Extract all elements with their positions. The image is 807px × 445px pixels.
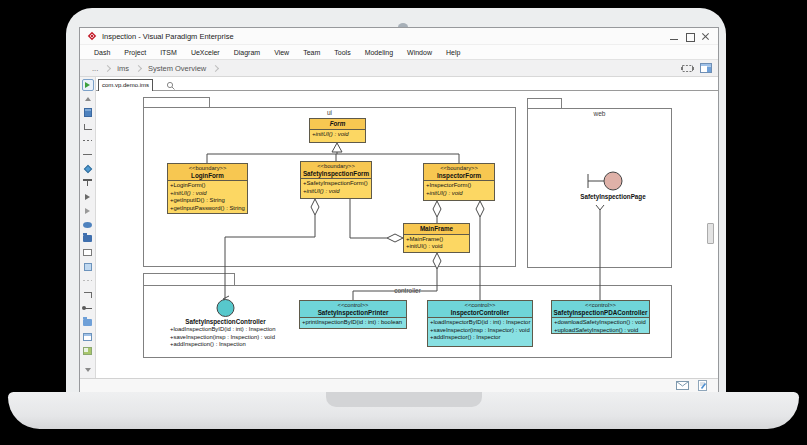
title-bar: Inspection - Visual Paradigm Enterprise <box>80 28 718 45</box>
class-inspectorform[interactable]: <<boundary>> InspectorForm +InspectorFor… <box>423 163 495 201</box>
association-tool-icon[interactable] <box>82 149 94 160</box>
containment-tool-icon[interactable] <box>82 121 94 132</box>
status-bar <box>80 378 718 392</box>
class-loginform[interactable]: <<boundary>> LoginForm +LoginForm() +ini… <box>167 163 248 214</box>
visual-paradigm-logo-icon <box>87 31 97 41</box>
class-inspectorcontroller[interactable]: <<control>> InspectorController +loadIns… <box>427 300 533 347</box>
realization-tool-icon[interactable] <box>82 191 94 202</box>
class-safetyinspectionprinter[interactable]: <<control>> SafetyInspectionPrinter +pri… <box>299 300 407 329</box>
constraint-tool-icon[interactable] <box>82 289 94 300</box>
menu-itsm[interactable]: ITSM <box>153 49 184 56</box>
instance-tool-icon[interactable] <box>82 219 94 230</box>
operation: +initUI() : void <box>312 131 363 139</box>
class-tool-icon[interactable] <box>82 107 94 118</box>
class-safetyinspectionpdacontroller[interactable]: <<control>> SafetyInspectionPDAControlle… <box>551 300 650 334</box>
app-window: Inspection - Visual Paradigm Enterprise … <box>79 27 719 393</box>
chevron-right-icon <box>212 64 219 71</box>
breadcrumb-ims[interactable]: ims <box>114 64 132 73</box>
package-tool-icon[interactable] <box>82 233 94 244</box>
menu-tools[interactable]: Tools <box>327 49 357 56</box>
scroll-down-icon[interactable] <box>82 364 94 375</box>
vertical-scrollbar-thumb[interactable] <box>707 223 714 244</box>
separator-line-icon <box>82 275 94 286</box>
class-name: SafetyInspectionPDAController <box>553 309 648 317</box>
mail-icon[interactable] <box>676 381 689 390</box>
menu-view[interactable]: View <box>267 49 296 56</box>
tab-baseline <box>96 90 718 91</box>
operation: +uploadSafetyInspection() : void <box>554 327 647 335</box>
laptop-notch <box>326 392 482 407</box>
magnifier-icon[interactable] <box>166 81 176 91</box>
menu-project[interactable]: Project <box>117 49 153 56</box>
package-web-label: web <box>527 110 672 117</box>
diagram-canvas[interactable]: com.vp.demo.ims ui web controller <box>96 77 718 379</box>
fit-selection-icon[interactable] <box>681 64 694 73</box>
operation: +loadInspectorByID(id : int) : Inspector <box>430 319 530 327</box>
boundary-safetyinspectionpage-label[interactable]: SafetyInspectionPage <box>553 193 673 200</box>
minimize-button[interactable] <box>666 30 682 43</box>
generalization-tool-icon[interactable] <box>82 205 94 216</box>
operation: +initUI() : void <box>303 188 369 196</box>
note-tool-icon[interactable] <box>82 261 94 272</box>
breadcrumb-system-overview[interactable]: System Overview <box>145 64 209 73</box>
menu-bar: Dash Project ITSM UeXceler Diagram View … <box>80 45 718 59</box>
package-controller-label: controller <box>143 287 672 294</box>
chart-tool-icon[interactable] <box>82 345 94 356</box>
class-mainframe[interactable]: MainFrame +MainFrame() +initUI() : void <box>403 223 470 253</box>
class-form[interactable]: Form +initUI() : void <box>309 118 366 143</box>
matrix-tool-icon[interactable] <box>82 331 94 342</box>
operation: +loadInspectionByID(id : int) : Inspecti… <box>170 326 276 334</box>
package-ui-label: ui <box>143 109 516 116</box>
operation: +addInspection() : Inspection <box>170 341 276 349</box>
notes-icon[interactable] <box>697 380 708 391</box>
nary-association-tool-icon[interactable] <box>82 163 94 174</box>
close-button[interactable] <box>698 30 714 43</box>
package-tab-ui[interactable] <box>143 97 210 107</box>
package-tab-controller[interactable] <box>143 273 235 285</box>
maximize-button[interactable] <box>682 30 698 43</box>
layout-panels-icon[interactable] <box>700 63 712 73</box>
operation: +initUI() : void <box>170 190 245 198</box>
document-tab[interactable]: com.vp.demo.ims <box>98 79 153 91</box>
pin-tool-icon[interactable] <box>82 303 94 314</box>
laptop-base <box>8 392 799 429</box>
class-name: MainFrame <box>405 225 468 233</box>
dependency-tool-icon[interactable] <box>82 135 94 146</box>
frame-tool-icon[interactable] <box>82 247 94 258</box>
operation: +getInputPassword() : String <box>170 205 245 213</box>
class-name: InspectorController <box>429 309 531 317</box>
subsystem-tool-icon[interactable] <box>82 317 94 328</box>
menu-uexceler[interactable]: UeXceler <box>184 49 227 56</box>
operation: +SafetyInspectionForm() <box>303 180 369 188</box>
class-name: LoginForm <box>169 172 246 180</box>
package-tab-web[interactable] <box>527 98 562 108</box>
chevron-right-icon <box>135 64 142 71</box>
breadcrumb-root[interactable]: ... <box>89 64 101 73</box>
control-safetyinspectioncontroller-label[interactable]: SafetyInspectionController <box>165 318 286 325</box>
window-title: Inspection - Visual Paradigm Enterprise <box>102 32 234 41</box>
play-button[interactable] <box>82 79 94 90</box>
operation: +initUI() : void <box>406 243 467 251</box>
operation: +downloadSafetyInspection() : void <box>554 319 647 327</box>
operation: +printInspectionByID(id : int) : boolean <box>302 319 404 327</box>
operation: +MainFrame() <box>406 236 467 244</box>
interface-tool-icon[interactable] <box>82 177 94 188</box>
menu-team[interactable]: Team <box>296 49 327 56</box>
menu-window[interactable]: Window <box>400 49 439 56</box>
laptop-screen: Inspection - Visual Paradigm Enterprise … <box>66 8 726 394</box>
scroll-up-icon[interactable] <box>82 93 94 104</box>
menu-help[interactable]: Help <box>439 49 467 56</box>
menu-dash[interactable]: Dash <box>87 49 117 56</box>
operation: +getInputID() : String <box>170 197 245 205</box>
class-safetyinspectionform[interactable]: <<boundary>> SafetyInspectionForm +Safet… <box>300 161 372 199</box>
operation: +InspectorForm() <box>426 182 492 190</box>
package-web[interactable] <box>527 108 672 268</box>
operation: +saveInspection(insp : Inspection) : voi… <box>170 334 276 342</box>
control-safetyinspectioncontroller-operations: +loadInspectionByID(id : int) : Inspecti… <box>170 326 276 349</box>
class-name: SafetyInspectionForm <box>302 170 370 178</box>
menu-modeling[interactable]: Modeling <box>358 49 400 56</box>
class-name: Form <box>311 120 364 128</box>
menu-diagram[interactable]: Diagram <box>227 49 267 56</box>
class-name: InspectorForm <box>425 172 493 180</box>
tool-palette <box>80 77 96 378</box>
